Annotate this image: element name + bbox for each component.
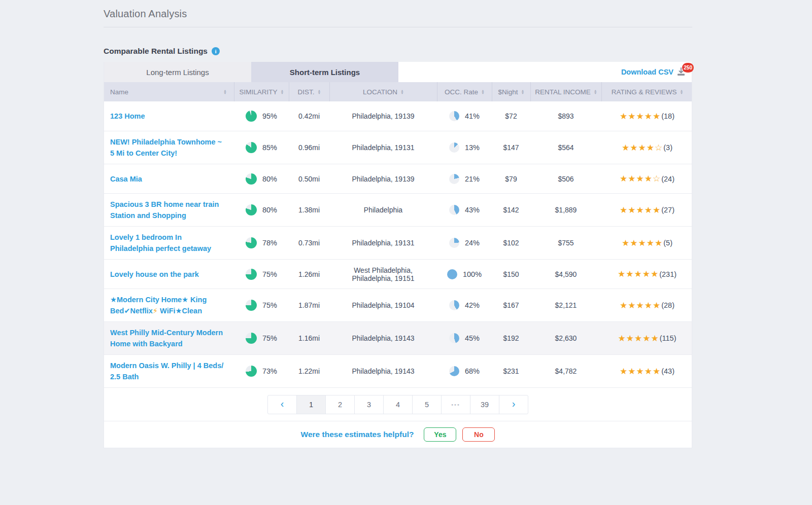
price-night-value: $150: [503, 270, 519, 278]
table-row: West Philly Mid-Century Modern Home with…: [104, 321, 692, 354]
column-header-rating-reviews[interactable]: RATING & REVIEWS▲▼: [601, 82, 693, 101]
occupancy-value: 21%: [465, 175, 480, 183]
distance-value: 1.16mi: [298, 334, 320, 342]
comp-name-link[interactable]: Casa Mia: [110, 173, 142, 185]
distance-value: 0.50mi: [298, 175, 320, 183]
pagination-prev-button[interactable]: ‹: [267, 395, 297, 414]
download-csv-button[interactable]: Download CSV 250: [621, 62, 692, 82]
rental-income-value: $755: [558, 239, 573, 247]
feedback-question: Were these estimates helpful?: [301, 430, 414, 439]
price-night-value: $79: [505, 175, 517, 183]
occupancy-pie-icon: [449, 300, 459, 310]
column-header-similarity[interactable]: SIMILARITY▲▼: [234, 82, 289, 101]
review-count: (43): [661, 367, 674, 375]
price-night-value: $147: [503, 143, 519, 152]
similarity-value: 75%: [262, 301, 277, 309]
feedback-yes-button[interactable]: Yes: [424, 427, 456, 442]
similarity-pie-icon: [246, 237, 257, 248]
table-row: NEW! Philadelphia Townhome ~ 5 Mi to Cen…: [104, 131, 692, 164]
star-rating-icon: ★★★★☆: [622, 142, 663, 153]
price-night-value: $142: [503, 206, 519, 214]
column-header-name[interactable]: Name▲▼: [104, 82, 234, 101]
rental-income-value: $2,630: [555, 334, 577, 342]
similarity-value: 78%: [262, 239, 277, 247]
pagination-ellipsis-button[interactable]: •••: [441, 395, 470, 414]
table-row: Lovely 1 bedroom In Philadelphia perfect…: [104, 226, 692, 259]
occupancy-pie-icon: [449, 238, 459, 248]
info-icon[interactable]: i: [212, 47, 220, 55]
price-night-value: $231: [503, 367, 519, 375]
review-count: (3): [663, 143, 672, 152]
similarity-value: 85%: [262, 143, 277, 152]
similarity-value: 75%: [262, 334, 277, 342]
table-row: Lovely house on the park75%1.26miWest Ph…: [104, 259, 692, 288]
comp-name-link[interactable]: Modern Oasis W. Philly | 4 Beds/ 2.5 Bat…: [110, 360, 226, 382]
tab-short-term-listings[interactable]: Short-term Listings: [251, 62, 398, 82]
location-value: Philadelphia, 19131: [352, 143, 415, 152]
column-header-night[interactable]: $Night▲▼: [492, 82, 530, 101]
sort-arrows-icon: ▲▼: [481, 89, 485, 94]
sort-arrows-icon: ▲▼: [680, 89, 683, 94]
rental-income-value: $4,782: [555, 367, 577, 375]
comp-name-link[interactable]: West Philly Mid-Century Modern Home with…: [110, 327, 226, 349]
star-rating-icon: ★★★★★: [620, 366, 661, 377]
column-label: OCC. Rate: [445, 88, 478, 96]
pagination-page-5[interactable]: 5: [412, 395, 442, 414]
price-night-value: $102: [503, 239, 519, 247]
column-header-dist[interactable]: DIST.▲▼: [289, 82, 329, 101]
feedback-bar: Were these estimates helpful? Yes No: [104, 421, 692, 448]
table-row: 123 Home95%0.42miPhiladelphia, 1913941%$…: [104, 101, 692, 131]
occupancy-pie-icon: [449, 174, 459, 184]
similarity-value: 73%: [262, 367, 277, 375]
review-count: (18): [661, 112, 674, 120]
occupancy-pie-icon: [449, 111, 459, 121]
review-count: (231): [659, 270, 676, 278]
title-divider: [104, 27, 692, 27]
download-icon: 250: [676, 67, 687, 77]
similarity-value: 95%: [262, 112, 277, 120]
credits-badge: 250: [682, 63, 694, 73]
similarity-pie-icon: [246, 333, 257, 344]
comp-name-link[interactable]: 123 Home: [110, 111, 145, 122]
listings-tab-bar: Long-term Listings Short-term Listings D…: [104, 62, 692, 82]
comp-name-link[interactable]: Lovely house on the park: [110, 269, 199, 280]
similarity-pie-icon: [246, 269, 257, 280]
comp-name-link[interactable]: Lovely 1 bedroom In Philadelphia perfect…: [110, 232, 226, 254]
comp-name-link[interactable]: NEW! Philadelphia Townhome ~ 5 Mi to Cen…: [110, 136, 226, 159]
comp-name-link[interactable]: Spacious 3 BR home near train Station an…: [110, 199, 226, 221]
sort-arrows-icon: ▲▼: [594, 89, 597, 94]
comp-name-link[interactable]: ★Modern City Home★ King Bed✔Netflix⚡ WiF…: [110, 294, 226, 316]
column-label: SIMILARITY: [240, 88, 278, 96]
star-rating-icon: ★★★★★: [620, 205, 661, 215]
pagination-page-3[interactable]: 3: [354, 395, 384, 414]
table-row: Modern Oasis W. Philly | 4 Beds/ 2.5 Bat…: [104, 354, 692, 387]
tab-long-term-listings[interactable]: Long-term Listings: [104, 62, 251, 82]
rental-income-value: $893: [558, 112, 573, 120]
pagination-page-4[interactable]: 4: [383, 395, 413, 414]
distance-value: 0.73mi: [298, 239, 320, 247]
feedback-no-button[interactable]: No: [462, 427, 495, 442]
pagination-next-button[interactable]: ›: [499, 395, 528, 414]
price-night-value: $167: [503, 301, 519, 309]
price-night-value: $72: [505, 112, 517, 120]
rental-income-value: $506: [558, 175, 573, 183]
column-header-location[interactable]: LOCATION▲▼: [329, 82, 437, 101]
occupancy-pie-icon: [449, 205, 459, 215]
location-value: Philadelphia, 19104: [352, 301, 415, 309]
distance-value: 1.22mi: [298, 367, 320, 375]
pagination-page-2[interactable]: 2: [325, 395, 355, 414]
occupancy-value: 24%: [465, 239, 480, 247]
similarity-pie-icon: [246, 111, 257, 122]
column-header-occ-rate[interactable]: OCC. Rate▲▼: [437, 82, 492, 101]
pagination-page-1[interactable]: 1: [296, 395, 326, 414]
column-header-rental-income[interactable]: RENTAL INCOME▲▼: [530, 82, 601, 101]
location-value: Philadelphia, 19139: [352, 175, 415, 183]
pagination-page-39[interactable]: 39: [470, 395, 499, 414]
star-rating-icon: ★★★★☆: [620, 173, 661, 184]
location-value: Philadelphia, 19131: [352, 239, 415, 247]
download-csv-label: Download CSV: [621, 68, 673, 76]
location-value: Philadelphia: [364, 206, 402, 214]
distance-value: 1.38mi: [298, 206, 320, 214]
similarity-pie-icon: [246, 142, 257, 153]
lightning-icon: ⚡: [153, 307, 158, 315]
